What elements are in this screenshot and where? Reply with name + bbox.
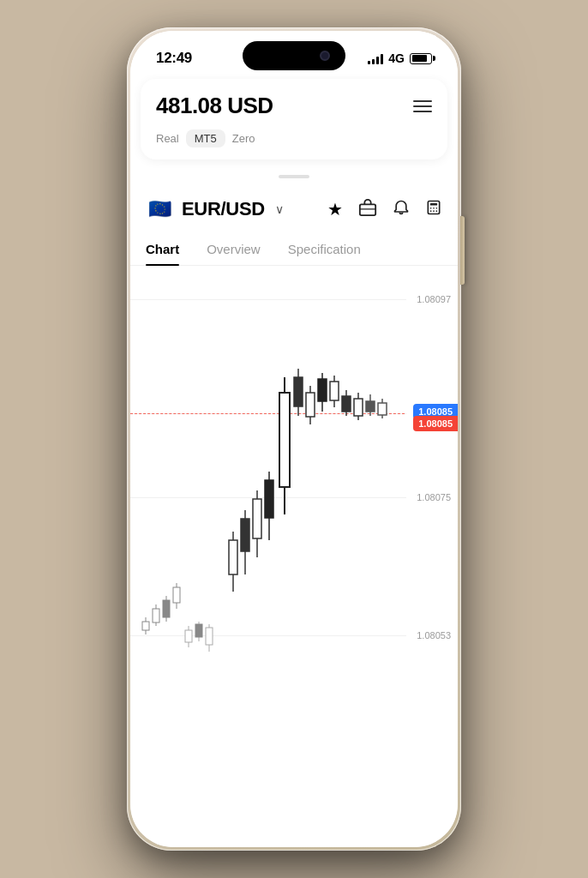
battery-body [410,53,432,64]
svg-point-8 [433,210,435,212]
svg-rect-31 [265,480,273,518]
account-tag-mt5[interactable]: MT5 [186,129,225,147]
svg-rect-47 [366,401,375,412]
pair-row: 🇪🇺 EUR/USD ∨ ★ [130,189,458,233]
svg-rect-33 [279,393,290,487]
status-time: 12:49 [156,50,192,67]
svg-rect-23 [206,628,213,645]
eur-flag: 🇪🇺 [146,195,173,223]
signal-bar-2 [372,59,375,64]
bid-price-badge: 1.08085 [413,416,458,431]
chart-tabs: Chart Overview Specification [130,233,458,266]
menu-line-3 [413,111,432,112]
signal-bar-3 [376,57,379,64]
signal-bar-4 [381,54,383,64]
signal-bars [368,52,383,64]
account-tag-real[interactable]: Real [156,132,179,145]
battery-fill [412,55,428,62]
header-card: 481.08 USD Real MT5 Zero [141,79,447,159]
svg-rect-11 [142,622,149,630]
menu-button[interactable] [413,100,432,112]
svg-point-7 [430,210,432,212]
header-top: 481.08 USD [156,93,432,119]
signal-bar-1 [368,61,370,64]
menu-line-1 [413,100,432,102]
svg-point-9 [436,210,438,212]
balance-display: 481.08 USD [156,93,273,119]
svg-rect-25 [229,540,237,574]
battery-icon [410,53,432,64]
phone-inner: 12:49 4G [130,31,458,847]
tab-specification[interactable]: Specification [288,233,361,265]
sheet-handle [279,175,309,178]
pair-action-icons: ★ [327,198,442,221]
camera-dot [320,51,330,61]
alert-bell-icon[interactable] [393,199,410,220]
svg-rect-15 [163,600,170,617]
svg-rect-21 [195,624,202,637]
svg-rect-41 [330,382,339,400]
svg-rect-39 [318,379,327,401]
svg-rect-35 [294,377,303,406]
account-tag-zero[interactable]: Zero [232,132,255,145]
price-label-1: 1.08097 [417,294,451,304]
watchlist-star-icon[interactable]: ★ [327,199,343,220]
svg-rect-0 [360,204,375,215]
status-bar: 12:49 4G [130,31,458,74]
svg-rect-45 [354,399,363,416]
pair-left: 🇪🇺 EUR/USD ∨ [146,195,284,223]
candlestick-svg [130,266,413,686]
calculator-icon[interactable] [425,199,442,220]
svg-rect-13 [153,609,159,622]
svg-rect-17 [173,587,180,603]
chart-content: 1.08097 1.08075 1.08053 1.08085 1.08085 [130,266,458,686]
menu-line-2 [413,105,432,107]
svg-rect-27 [241,519,249,551]
trade-briefcase-icon[interactable] [358,198,377,221]
svg-point-6 [436,207,438,209]
price-label-3: 1.08075 [417,492,451,502]
network-label: 4G [388,51,405,65]
screen: 12:49 4G [130,31,458,847]
status-right: 4G [368,51,432,65]
phone-frame: 12:49 4G [127,27,461,851]
tab-chart[interactable]: Chart [146,233,179,265]
svg-point-4 [430,207,432,209]
chevron-down-icon[interactable]: ∨ [275,202,284,216]
pair-name[interactable]: EUR/USD [182,198,265,220]
svg-rect-3 [430,203,437,206]
svg-rect-37 [306,393,315,417]
account-tags: Real MT5 Zero [156,129,432,147]
bottom-sheet: 🇪🇺 EUR/USD ∨ ★ [130,168,458,686]
svg-rect-43 [342,396,351,412]
svg-point-5 [433,207,435,209]
svg-rect-19 [185,630,192,642]
dynamic-island [243,41,345,70]
svg-rect-49 [378,403,387,415]
price-chart[interactable]: 1.08097 1.08075 1.08053 1.08085 1.08085 [130,266,458,686]
price-label-4: 1.08053 [417,630,451,640]
svg-rect-29 [253,499,261,538]
tab-overview[interactable]: Overview [207,233,261,265]
